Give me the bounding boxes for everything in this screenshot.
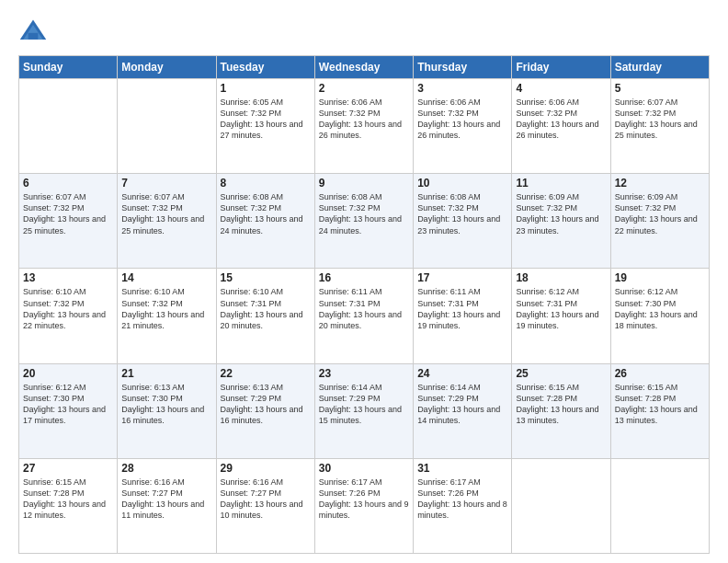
calendar-cell: 9Sunrise: 6:08 AMSunset: 7:32 PMDaylight… — [314, 174, 413, 269]
day-info: Sunrise: 6:17 AMSunset: 7:26 PMDaylight:… — [319, 477, 409, 522]
day-info: Sunrise: 6:05 AMSunset: 7:32 PMDaylight:… — [221, 97, 311, 142]
calendar-week-row: 27Sunrise: 6:15 AMSunset: 7:28 PMDayligh… — [19, 458, 710, 553]
calendar-cell: 19Sunrise: 6:12 AMSunset: 7:30 PMDayligh… — [610, 269, 709, 363]
day-number: 29 — [221, 462, 311, 475]
day-number: 1 — [221, 82, 311, 95]
day-number: 6 — [23, 177, 113, 190]
calendar-cell: 24Sunrise: 6:14 AMSunset: 7:29 PMDayligh… — [414, 363, 512, 458]
day-info: Sunrise: 6:15 AMSunset: 7:28 PMDaylight:… — [516, 382, 606, 427]
calendar-cell: 12Sunrise: 6:09 AMSunset: 7:32 PMDayligh… — [610, 174, 709, 269]
calendar-cell: 13Sunrise: 6:10 AMSunset: 7:32 PMDayligh… — [19, 269, 118, 363]
day-info: Sunrise: 6:10 AMSunset: 7:32 PMDaylight:… — [23, 286, 113, 331]
day-info: Sunrise: 6:12 AMSunset: 7:30 PMDaylight:… — [615, 286, 705, 331]
day-info: Sunrise: 6:16 AMSunset: 7:27 PMDaylight:… — [221, 477, 311, 522]
calendar-cell: 21Sunrise: 6:13 AMSunset: 7:30 PMDayligh… — [118, 363, 216, 458]
day-number: 16 — [319, 271, 409, 284]
calendar-cell: 8Sunrise: 6:08 AMSunset: 7:32 PMDaylight… — [216, 174, 314, 269]
calendar-cell: 26Sunrise: 6:15 AMSunset: 7:28 PMDayligh… — [610, 363, 709, 458]
day-number: 7 — [121, 177, 211, 190]
calendar-cell: 25Sunrise: 6:15 AMSunset: 7:28 PMDayligh… — [512, 363, 610, 458]
day-info: Sunrise: 6:10 AMSunset: 7:32 PMDaylight:… — [121, 286, 211, 331]
day-info: Sunrise: 6:09 AMSunset: 7:32 PMDaylight:… — [615, 191, 705, 236]
day-number: 21 — [121, 367, 211, 380]
day-number: 4 — [516, 82, 606, 95]
calendar-week-row: 20Sunrise: 6:12 AMSunset: 7:30 PMDayligh… — [19, 363, 710, 458]
day-of-week-header: Thursday — [414, 56, 512, 79]
calendar-cell: 23Sunrise: 6:14 AMSunset: 7:29 PMDayligh… — [314, 363, 413, 458]
day-info: Sunrise: 6:16 AMSunset: 7:27 PMDaylight:… — [121, 477, 211, 522]
day-number: 17 — [417, 271, 507, 284]
calendar-week-row: 13Sunrise: 6:10 AMSunset: 7:32 PMDayligh… — [19, 269, 710, 363]
day-info: Sunrise: 6:07 AMSunset: 7:32 PMDaylight:… — [23, 191, 113, 236]
day-number: 20 — [23, 367, 113, 380]
calendar-cell: 18Sunrise: 6:12 AMSunset: 7:31 PMDayligh… — [512, 269, 610, 363]
calendar-cell: 10Sunrise: 6:08 AMSunset: 7:32 PMDayligh… — [414, 174, 512, 269]
day-number: 19 — [615, 271, 705, 284]
day-number: 27 — [23, 462, 113, 475]
day-number: 25 — [516, 367, 606, 380]
calendar-cell: 15Sunrise: 6:10 AMSunset: 7:31 PMDayligh… — [216, 269, 314, 363]
calendar-cell: 22Sunrise: 6:13 AMSunset: 7:29 PMDayligh… — [216, 363, 314, 458]
calendar-cell: 5Sunrise: 6:07 AMSunset: 7:32 PMDaylight… — [610, 79, 709, 174]
day-info: Sunrise: 6:17 AMSunset: 7:26 PMDaylight:… — [417, 477, 507, 522]
day-of-week-header: Wednesday — [314, 56, 413, 79]
day-info: Sunrise: 6:13 AMSunset: 7:29 PMDaylight:… — [221, 382, 311, 427]
day-info: Sunrise: 6:08 AMSunset: 7:32 PMDaylight:… — [221, 191, 311, 236]
day-number: 11 — [516, 177, 606, 190]
day-number: 18 — [516, 271, 606, 284]
day-info: Sunrise: 6:10 AMSunset: 7:31 PMDaylight:… — [221, 286, 311, 331]
day-of-week-header: Sunday — [19, 56, 118, 79]
calendar-cell: 11Sunrise: 6:09 AMSunset: 7:32 PMDayligh… — [512, 174, 610, 269]
day-number: 26 — [615, 367, 705, 380]
day-number: 31 — [417, 462, 507, 475]
day-number: 28 — [121, 462, 211, 475]
calendar-table: SundayMondayTuesdayWednesdayThursdayFrid… — [18, 55, 710, 554]
day-info: Sunrise: 6:11 AMSunset: 7:31 PMDaylight:… — [319, 286, 409, 331]
day-info: Sunrise: 6:15 AMSunset: 7:28 PMDaylight:… — [615, 382, 705, 427]
day-info: Sunrise: 6:13 AMSunset: 7:30 PMDaylight:… — [121, 382, 211, 427]
header — [18, 17, 710, 46]
logo — [18, 17, 51, 46]
calendar-cell: 2Sunrise: 6:06 AMSunset: 7:32 PMDaylight… — [314, 79, 413, 174]
day-number: 5 — [615, 82, 705, 95]
day-info: Sunrise: 6:12 AMSunset: 7:31 PMDaylight:… — [516, 286, 606, 331]
calendar-cell — [610, 458, 709, 553]
day-number: 23 — [319, 367, 409, 380]
calendar-cell: 29Sunrise: 6:16 AMSunset: 7:27 PMDayligh… — [216, 458, 314, 553]
calendar-cell: 30Sunrise: 6:17 AMSunset: 7:26 PMDayligh… — [314, 458, 413, 553]
calendar-cell: 31Sunrise: 6:17 AMSunset: 7:26 PMDayligh… — [414, 458, 512, 553]
day-number: 9 — [319, 177, 409, 190]
header-row: SundayMondayTuesdayWednesdayThursdayFrid… — [19, 56, 710, 79]
day-of-week-header: Monday — [118, 56, 216, 79]
calendar-cell: 28Sunrise: 6:16 AMSunset: 7:27 PMDayligh… — [118, 458, 216, 553]
day-info: Sunrise: 6:08 AMSunset: 7:32 PMDaylight:… — [417, 191, 507, 236]
day-info: Sunrise: 6:12 AMSunset: 7:30 PMDaylight:… — [23, 382, 113, 427]
calendar-week-row: 1Sunrise: 6:05 AMSunset: 7:32 PMDaylight… — [19, 79, 710, 174]
day-number: 30 — [319, 462, 409, 475]
logo-icon — [18, 17, 48, 46]
calendar-cell: 4Sunrise: 6:06 AMSunset: 7:32 PMDaylight… — [512, 79, 610, 174]
calendar-cell: 14Sunrise: 6:10 AMSunset: 7:32 PMDayligh… — [118, 269, 216, 363]
svg-rect-2 — [28, 33, 39, 40]
day-of-week-header: Tuesday — [216, 56, 314, 79]
calendar-cell: 1Sunrise: 6:05 AMSunset: 7:32 PMDaylight… — [216, 79, 314, 174]
day-number: 2 — [319, 82, 409, 95]
day-info: Sunrise: 6:14 AMSunset: 7:29 PMDaylight:… — [319, 382, 409, 427]
day-info: Sunrise: 6:06 AMSunset: 7:32 PMDaylight:… — [319, 97, 409, 142]
day-info: Sunrise: 6:09 AMSunset: 7:32 PMDaylight:… — [516, 191, 606, 236]
day-info: Sunrise: 6:15 AMSunset: 7:28 PMDaylight:… — [23, 477, 113, 522]
calendar-header: SundayMondayTuesdayWednesdayThursdayFrid… — [19, 56, 710, 79]
calendar-week-row: 6Sunrise: 6:07 AMSunset: 7:32 PMDaylight… — [19, 174, 710, 269]
day-number: 8 — [221, 177, 311, 190]
day-number: 10 — [417, 177, 507, 190]
day-number: 24 — [417, 367, 507, 380]
calendar-cell — [19, 79, 118, 174]
calendar-cell: 7Sunrise: 6:07 AMSunset: 7:32 PMDaylight… — [118, 174, 216, 269]
calendar-cell: 3Sunrise: 6:06 AMSunset: 7:32 PMDaylight… — [414, 79, 512, 174]
day-info: Sunrise: 6:07 AMSunset: 7:32 PMDaylight:… — [615, 97, 705, 142]
day-info: Sunrise: 6:07 AMSunset: 7:32 PMDaylight:… — [121, 191, 211, 236]
calendar-cell: 16Sunrise: 6:11 AMSunset: 7:31 PMDayligh… — [314, 269, 413, 363]
day-info: Sunrise: 6:11 AMSunset: 7:31 PMDaylight:… — [417, 286, 507, 331]
day-number: 22 — [221, 367, 311, 380]
calendar-cell: 27Sunrise: 6:15 AMSunset: 7:28 PMDayligh… — [19, 458, 118, 553]
